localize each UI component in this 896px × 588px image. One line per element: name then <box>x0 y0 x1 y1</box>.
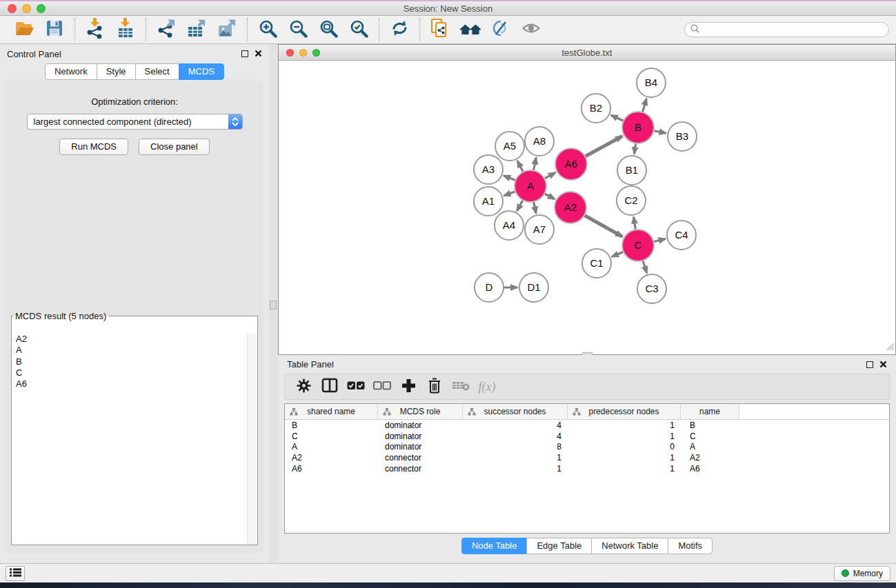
zoom-out-button[interactable] <box>286 18 310 41</box>
result-scrollbar[interactable] <box>247 334 257 544</box>
table-settings-button[interactable] <box>290 375 317 398</box>
network-close-button[interactable] <box>286 49 294 57</box>
column-header-shared-name[interactable]: shared name <box>285 404 378 419</box>
column-header-label: successor nodes <box>463 407 567 416</box>
table-row-C[interactable]: Cdominator41C <box>285 431 889 442</box>
add-column-button[interactable] <box>395 375 421 398</box>
svg-text:C1: C1 <box>590 257 603 269</box>
graph-node-B4[interactable]: B4 <box>637 68 666 97</box>
tab-select[interactable]: Select <box>135 63 179 80</box>
float-panel-icon[interactable] <box>241 50 248 57</box>
column-view-button[interactable] <box>317 375 343 398</box>
graph-node-B2[interactable]: B2 <box>581 94 610 123</box>
select-all-icon <box>347 381 365 393</box>
export-image-button[interactable] <box>215 18 239 41</box>
tab-node-table[interactable]: Node Table <box>461 538 528 554</box>
graph-node-C[interactable]: C <box>622 230 654 261</box>
graph-node-C2[interactable]: C2 <box>617 186 646 215</box>
tab-network-table[interactable]: Network Table <box>591 538 668 554</box>
svg-text:C2: C2 <box>624 194 637 206</box>
tab-edge-table[interactable]: Edge Table <box>526 538 592 554</box>
search-input[interactable] <box>703 24 883 35</box>
delete-table-button[interactable] <box>448 375 474 398</box>
column-header-mcds-role[interactable]: MCDS role <box>378 404 463 419</box>
table-row-A2[interactable]: A2connector11A2 <box>285 452 889 463</box>
shared-column-icon <box>290 408 298 418</box>
close-panel-icon[interactable] <box>255 48 262 60</box>
resize-grip-icon[interactable] <box>885 341 895 354</box>
clone-network-button[interactable] <box>428 18 452 41</box>
column-header-name[interactable]: name <box>681 404 739 419</box>
task-history-button[interactable] <box>6 566 25 581</box>
zoom-fit-button[interactable] <box>316 18 341 41</box>
function-builder-button[interactable]: f(x) <box>474 375 500 398</box>
zoom-window-button[interactable] <box>37 4 46 13</box>
graph-node-B[interactable]: B <box>622 112 654 143</box>
select-all-button[interactable] <box>343 375 369 398</box>
home-pair-button[interactable] <box>458 18 483 41</box>
graph-node-D[interactable]: D <box>475 273 504 302</box>
graph-node-A3[interactable]: A3 <box>474 155 503 184</box>
float-table-panel-icon[interactable] <box>866 361 873 368</box>
export-network-button[interactable] <box>154 18 179 41</box>
result-item-a6[interactable]: A6 <box>12 378 247 389</box>
graph-node-B1[interactable]: B1 <box>617 156 646 185</box>
zoom-selected-button[interactable] <box>346 18 371 41</box>
run-mcds-button[interactable]: Run MCDS <box>59 139 128 155</box>
export-table-button[interactable] <box>184 18 209 41</box>
svg-text:A4: A4 <box>503 219 515 231</box>
table-row-B[interactable]: Bdominator41B <box>285 420 889 431</box>
save-session-button[interactable] <box>42 18 67 41</box>
graph-node-C3[interactable]: C3 <box>637 274 666 303</box>
close-window-button[interactable] <box>8 4 17 13</box>
table-row-A[interactable]: Adominator80A <box>285 442 889 453</box>
network-minimize-button[interactable] <box>299 49 307 57</box>
delete-column-button[interactable] <box>421 375 448 398</box>
graph-node-A2[interactable]: A2 <box>555 192 586 223</box>
graph-node-A5[interactable]: A5 <box>495 132 524 161</box>
result-item-a[interactable]: A <box>12 345 247 356</box>
graph-node-C4[interactable]: C4 <box>667 221 696 250</box>
zoom-in-button[interactable] <box>255 18 280 41</box>
tab-network[interactable]: Network <box>45 63 97 80</box>
svg-text:A3: A3 <box>482 163 495 175</box>
import-network-button[interactable] <box>83 18 108 41</box>
column-header-successor-nodes[interactable]: successor nodes <box>463 404 568 419</box>
search-area <box>684 22 892 37</box>
deselect-all-button[interactable] <box>369 375 395 398</box>
open-session-button[interactable] <box>12 18 37 41</box>
refresh-styles-button[interactable] <box>387 18 412 41</box>
tab-motifs[interactable]: Motifs <box>668 538 713 554</box>
close-panel-button[interactable]: Close panel <box>139 139 210 155</box>
graph-node-A[interactable]: A <box>515 170 546 202</box>
show-hidden-button[interactable] <box>519 18 544 41</box>
cell-name: C <box>681 432 739 441</box>
graph-node-A1[interactable]: A1 <box>474 187 503 216</box>
panel-divider[interactable] <box>269 44 278 563</box>
graph-node-B3[interactable]: B3 <box>668 122 697 151</box>
import-table-button[interactable] <box>113 18 138 41</box>
graph-node-C1[interactable]: C1 <box>582 249 611 278</box>
network-zoom-button[interactable] <box>312 49 320 57</box>
tab-style[interactable]: Style <box>97 63 136 80</box>
result-item-a2[interactable]: A2 <box>12 334 247 345</box>
export-network-icon <box>156 18 177 41</box>
network-window-titlebar[interactable]: testGlobe.txt <box>279 45 895 61</box>
tab-mcds[interactable]: MCDS <box>179 63 224 80</box>
graph-node-A4[interactable]: A4 <box>495 211 524 240</box>
table-row-A6[interactable]: A6connector11A6 <box>285 463 889 474</box>
minimize-window-button[interactable] <box>22 4 31 13</box>
graph-node-D1[interactable]: D1 <box>519 273 548 302</box>
graph-node-A7[interactable]: A7 <box>525 215 554 244</box>
memory-button[interactable]: Memory <box>834 566 890 581</box>
hide-panels-button[interactable] <box>488 18 513 41</box>
network-canvas[interactable]: B4B2BB3A8A5A6A3B1AA1C2A2A4A7C4CC1C3DD1 <box>279 61 895 354</box>
column-header-predecessor-nodes[interactable]: predecessor nodes <box>568 404 681 419</box>
close-table-panel-icon[interactable] <box>879 358 887 371</box>
criterion-select[interactable]: largest connected component (directed) <box>27 114 243 130</box>
graph-node-A8[interactable]: A8 <box>525 127 554 156</box>
result-item-c[interactable]: C <box>12 367 247 378</box>
result-item-b[interactable]: B <box>12 356 247 367</box>
divider-grip[interactable] <box>270 301 277 310</box>
graph-node-A6[interactable]: A6 <box>555 148 587 180</box>
